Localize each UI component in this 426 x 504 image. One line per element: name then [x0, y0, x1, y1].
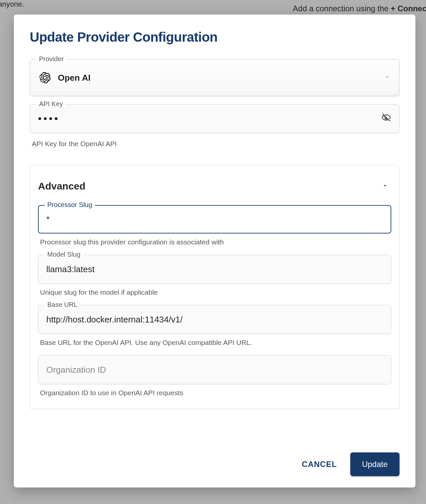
provider-select[interactable]: Open AI	[30, 59, 400, 96]
openai-icon	[39, 72, 51, 83]
base-url-input-wrap	[38, 305, 391, 334]
chevron-up-icon	[381, 182, 389, 190]
model-slug-input[interactable]	[46, 264, 383, 274]
dropdown-caret-icon	[385, 74, 390, 81]
processor-slug-input-wrap	[38, 205, 391, 233]
organization-id-input-wrap	[38, 355, 391, 384]
organization-id-helper: Organization ID to use in OpenAI API req…	[40, 389, 391, 397]
api-key-input[interactable]	[38, 113, 377, 124]
api-key-label: API Key	[36, 100, 65, 108]
visibility-off-icon[interactable]	[381, 113, 391, 125]
model-slug-field: Model Slug	[38, 255, 391, 284]
update-button[interactable]: Update	[350, 452, 400, 476]
advanced-panel: Advanced Processor Slug Processor slug t…	[30, 165, 400, 409]
base-url-helper: Base URL for the OpenAI API. Use any Ope…	[40, 339, 391, 347]
advanced-body: Processor Slug Processor slug this provi…	[38, 205, 391, 397]
provider-selected-value: Open AI	[58, 73, 385, 83]
base-url-field: Base URL	[38, 305, 391, 334]
modal-title: Update Provider Configuration	[30, 30, 400, 45]
processor-slug-input[interactable]	[46, 214, 383, 225]
organization-id-input[interactable]	[46, 365, 383, 375]
model-slug-label: Model Slug	[45, 251, 83, 258]
advanced-toggle[interactable]: Advanced	[38, 165, 391, 205]
modal-footer: CANCEL Update	[30, 439, 400, 476]
api-key-input-wrap	[30, 104, 400, 133]
api-key-field: API Key	[30, 104, 400, 133]
organization-id-field	[38, 355, 391, 384]
cancel-button[interactable]: CANCEL	[298, 454, 341, 474]
provider-label: Provider	[36, 55, 66, 63]
base-url-label: Base URL	[45, 301, 80, 309]
api-key-helper: API Key for the OpenAI API	[32, 140, 400, 148]
provider-field: Provider Open AI	[30, 59, 400, 96]
advanced-title: Advanced	[38, 181, 85, 192]
processor-slug-label: Processor Slug	[45, 201, 95, 209]
model-slug-helper: Unique slug for the model if applicable	[40, 288, 391, 296]
base-url-input[interactable]	[46, 315, 383, 325]
processor-slug-field: Processor Slug	[38, 205, 391, 233]
update-provider-modal: Update Provider Configuration Provider O…	[14, 15, 415, 487]
model-slug-input-wrap	[38, 255, 391, 284]
processor-slug-helper: Processor slug this provider configurati…	[40, 238, 391, 246]
